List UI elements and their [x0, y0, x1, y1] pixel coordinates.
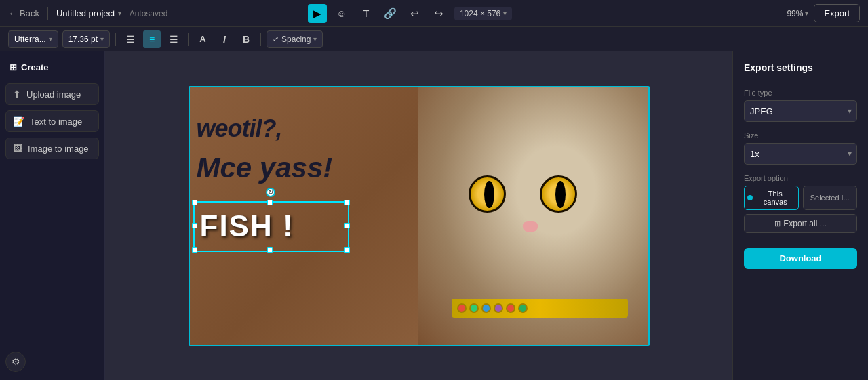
cat-face: [418, 87, 648, 345]
align-left-button[interactable]: ☰: [121, 30, 139, 48]
sidebar-item-image-to-image[interactable]: 🖼 Image to image: [5, 138, 99, 159]
back-arrow-icon: ←: [8, 8, 17, 18]
canvas-size-chevron: ▾: [503, 9, 507, 17]
topbar-separator: [47, 7, 48, 20]
topbar-right: 99% ▾ Export: [787, 4, 860, 22]
gem-red: [457, 303, 467, 313]
handle-middle-right[interactable]: [344, 223, 350, 228]
handle-bottom-right[interactable]: [344, 247, 350, 253]
autosaved-label: Autosaved: [130, 9, 168, 18]
emoji-button[interactable]: ☺: [332, 4, 351, 23]
align-right-button[interactable]: ☰: [165, 30, 182, 48]
rotate-handle[interactable]: ↻: [266, 188, 275, 197]
sidebar-create-header: ⊞ Create: [5, 60, 99, 75]
canvas-text-mce: Mce yass!: [197, 152, 333, 184]
canvas-area[interactable]: weotil?, Mce yass! FISH ! ↻: [105, 51, 732, 380]
canvas-image: weotil?, Mce yass! FISH ! ↻: [190, 87, 648, 345]
spacing-label: Spacing: [281, 35, 311, 44]
settings-button[interactable]: ⚙: [5, 352, 26, 372]
font-family-select[interactable]: Utterra... ▾: [8, 30, 58, 48]
text-toolbar: Utterra... ▾ 17.36 pt ▾ ☰ ≡ ☰ A I B ⤢ Sp…: [0, 27, 868, 51]
upload-icon: ⬆: [13, 89, 21, 100]
export-all-button[interactable]: ⊞ Export all ...: [744, 214, 857, 233]
handle-bottom-left[interactable]: [192, 247, 197, 253]
toolbar-divider-1: [115, 33, 116, 46]
handle-top-middle[interactable]: [267, 200, 273, 205]
canvas-text-weotil: weotil?,: [197, 114, 282, 143]
spacing-select[interactable]: ⤢ Spacing ▾: [267, 30, 323, 48]
handle-top-left[interactable]: [192, 200, 197, 205]
cat-pupil-right: [555, 181, 566, 208]
export-panel: Export settings File type JPEG PNG WebP …: [732, 51, 868, 380]
canvas-size-indicator[interactable]: 1024 × 576 ▾: [454, 7, 512, 20]
this-canvas-button[interactable]: This canvas: [744, 186, 799, 210]
undo-button[interactable]: ↩: [406, 4, 425, 23]
project-name-label: Untitled project: [56, 8, 115, 18]
font-family-label: Utterra...: [14, 35, 46, 44]
text-button[interactable]: T: [357, 4, 376, 23]
play-button[interactable]: ▶: [308, 4, 327, 23]
cat-head: [438, 94, 642, 345]
export-all-label: Export all ...: [783, 219, 826, 228]
font-size-label: 17.36 pt: [68, 35, 98, 44]
gem-red2: [506, 303, 515, 313]
file-type-select-wrapper: JPEG PNG WebP SVG: [744, 100, 857, 122]
sidebar: ⊞ Create ⬆ Upload image 📝 Text to image …: [0, 51, 105, 380]
export-button[interactable]: Export: [814, 4, 860, 22]
export-option-buttons: This canvas Selected I...: [744, 186, 857, 210]
toolbar-divider-3: [260, 33, 261, 46]
create-label: Create: [21, 62, 48, 72]
gem-green2: [518, 303, 528, 313]
main-layout: ⊞ Create ⬆ Upload image 📝 Text to image …: [0, 51, 868, 380]
canvas-container: weotil?, Mce yass! FISH ! ↻: [189, 86, 650, 346]
gem-purple: [494, 303, 503, 313]
gem-green: [469, 303, 479, 313]
gem-blue: [481, 303, 491, 313]
bold-button[interactable]: B: [237, 30, 255, 48]
align-center-button[interactable]: ≡: [143, 30, 161, 48]
create-icon: ⊞: [9, 62, 17, 72]
upload-image-label: Upload image: [26, 89, 81, 100]
toolbar-divider-2: [188, 33, 189, 46]
size-select[interactable]: 1x 2x 3x: [744, 143, 857, 165]
sidebar-item-text-to-image[interactable]: 📝 Text to image: [5, 110, 99, 132]
cat-nose: [523, 221, 538, 232]
sidebar-bottom: ⚙: [5, 352, 99, 372]
handle-middle-left[interactable]: [192, 223, 197, 228]
chevron-down-icon: ▾: [118, 9, 121, 17]
image-to-image-icon: 🖼: [13, 143, 22, 154]
italic-button[interactable]: I: [216, 30, 233, 48]
file-type-field: File type JPEG PNG WebP SVG: [744, 89, 857, 122]
handle-top-right[interactable]: [344, 200, 350, 205]
zoom-label: 99%: [787, 9, 803, 18]
topbar: ← Back Untitled project ▾ Autosaved ▶ ☺ …: [0, 0, 868, 27]
link-button[interactable]: 🔗: [381, 4, 400, 23]
selected-button[interactable]: Selected I...: [803, 186, 858, 210]
font-size-select[interactable]: 17.36 pt ▾: [62, 30, 110, 48]
font-size-chevron-icon: ▾: [100, 35, 104, 43]
file-type-label: File type: [744, 89, 857, 97]
text-to-image-icon: 📝: [13, 116, 24, 127]
back-label: Back: [20, 8, 39, 18]
cat-eye-right: [540, 175, 577, 213]
redo-button[interactable]: ↪: [430, 4, 449, 23]
spacing-chevron-icon: ▾: [313, 35, 317, 43]
download-button[interactable]: Download: [744, 248, 857, 269]
zoom-indicator[interactable]: 99% ▾: [787, 9, 808, 18]
file-type-select[interactable]: JPEG PNG WebP SVG: [744, 100, 857, 122]
handle-bottom-middle[interactable]: [267, 247, 273, 253]
active-dot: [747, 195, 753, 200]
font-color-button[interactable]: A: [194, 30, 212, 48]
size-label: Size: [744, 131, 857, 140]
image-to-image-label: Image to image: [28, 144, 89, 154]
cat-necklace: [452, 299, 628, 318]
sidebar-item-upload-image[interactable]: ⬆ Upload image: [5, 83, 99, 105]
export-all-icon: ⊞: [774, 219, 781, 228]
canvas-text-fish[interactable]: FISH !: [200, 209, 294, 243]
size-field: Size 1x 2x 3x: [744, 131, 857, 165]
export-panel-title: Export settings: [744, 62, 857, 79]
canvas-size-label: 1024 × 576: [460, 9, 500, 18]
cat-eye-left: [469, 175, 506, 213]
project-name-button[interactable]: Untitled project ▾: [56, 8, 121, 18]
back-button[interactable]: ← Back: [8, 8, 39, 18]
